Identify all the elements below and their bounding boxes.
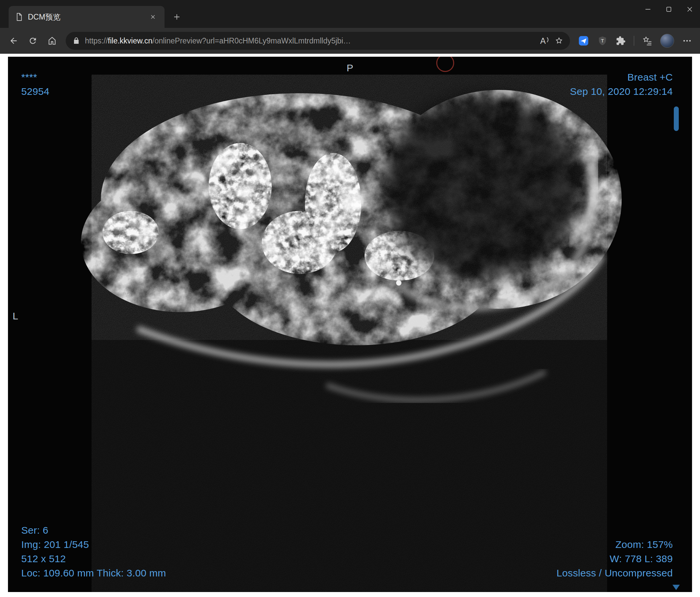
blue-extension-icon[interactable] (578, 35, 589, 47)
lock-icon[interactable] (72, 37, 80, 45)
more-options-icon[interactable] (682, 36, 692, 46)
tab-title: DCM预览 (28, 12, 143, 22)
url-text[interactable]: https://file.kkview.cn/onlinePreview?url… (85, 36, 535, 46)
shield-t-extension-icon[interactable]: T (597, 35, 608, 46)
dicom-viewer[interactable]: **** 52954 P Breast +C Sep 10, 2020 12:2… (8, 57, 692, 592)
overlay-top-right: Breast +C Sep 10, 2020 12:29:14 (570, 70, 673, 99)
svg-text:T: T (601, 38, 604, 44)
url-path: /onlinePreview?url=aHR0cHM6Ly9maWxlLmtrd… (152, 36, 351, 45)
refresh-button[interactable] (25, 32, 41, 49)
address-bar[interactable]: https://file.kkview.cn/onlinePreview?url… (66, 32, 570, 50)
url-scheme: https:// (85, 36, 108, 45)
study-datetime: Sep 10, 2020 12:29:14 (570, 84, 673, 99)
profile-avatar[interactable] (660, 34, 674, 48)
series-number: Ser: 6 (21, 523, 166, 537)
extension-cluster: T (575, 34, 695, 48)
read-aloud-label: A (540, 36, 546, 46)
dicom-image[interactable] (8, 57, 692, 592)
masked-id: **** (21, 70, 49, 84)
window-controls (637, 0, 700, 19)
compression-info: Lossless / Uncompressed (557, 566, 673, 580)
toolbar-divider (634, 36, 634, 46)
image-number: Img: 201 1/545 (21, 537, 166, 551)
home-button[interactable] (44, 32, 60, 49)
new-tab-button[interactable] (170, 10, 184, 24)
browser-window: DCM预览 (0, 0, 700, 597)
close-window-button[interactable] (679, 0, 700, 19)
minimize-button[interactable] (637, 0, 658, 19)
navigation-toolbar: https://file.kkview.cn/onlinePreview?url… (0, 28, 700, 54)
maximize-button[interactable] (658, 0, 679, 19)
page-document-icon (15, 12, 23, 21)
zoom-level: Zoom: 157% (557, 537, 673, 551)
accession-number: 52954 (21, 84, 49, 99)
url-host: file.kkview.cn (108, 36, 152, 45)
browser-tab-dcm-preview[interactable]: DCM预览 (9, 6, 165, 28)
overlay-top-left: **** 52954 (21, 70, 49, 99)
page-background: **** 52954 P Breast +C Sep 10, 2020 12:2… (0, 54, 700, 597)
scroll-down-arrow-icon[interactable] (672, 585, 680, 590)
overlay-bottom-right: Zoom: 157% W: 778 L: 389 Lossless / Unco… (557, 537, 673, 580)
back-button[interactable] (5, 32, 22, 49)
matrix-size: 512 x 512 (21, 551, 166, 566)
window-level: W: 778 L: 389 (557, 551, 673, 566)
protocol-label: Breast +C (570, 70, 673, 84)
overlay-bottom-left: Ser: 6 Img: 201 1/545 512 x 512 Loc: 109… (21, 523, 166, 580)
tab-close-button[interactable] (147, 11, 158, 23)
tab-strip: DCM预览 (0, 0, 700, 28)
orientation-marker-posterior: P (347, 61, 353, 75)
orientation-marker-left: L (12, 309, 18, 323)
series-scrollbar-thumb[interactable] (674, 106, 679, 131)
favorite-star-icon[interactable] (555, 36, 563, 45)
favorites-hub-icon[interactable] (642, 36, 652, 46)
extensions-puzzle-icon[interactable] (616, 36, 626, 46)
slice-location: Loc: 109.60 mm Thick: 3.00 mm (21, 566, 166, 580)
read-aloud-button[interactable]: A (540, 36, 550, 46)
